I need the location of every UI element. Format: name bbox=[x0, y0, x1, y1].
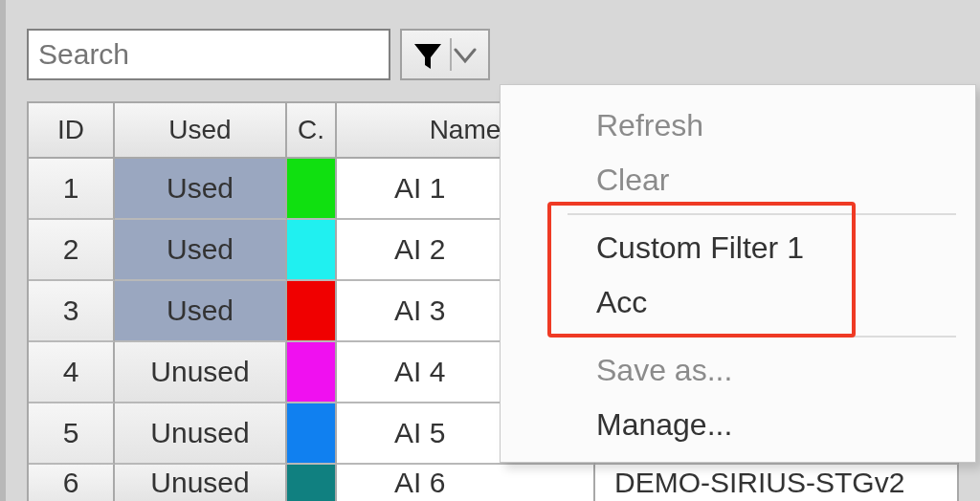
app-frame: ID Used C. Name 1 Used AI 1 2 Used AI 2 … bbox=[0, 0, 980, 501]
color-swatch bbox=[287, 465, 335, 501]
cell-color[interactable] bbox=[287, 403, 337, 465]
col-id[interactable]: ID bbox=[29, 103, 115, 159]
cell-id: 6 bbox=[29, 465, 115, 501]
cell-rest: DEMO-SIRIUS-STGv2 bbox=[595, 465, 959, 501]
filter-menu: Refresh Clear Custom Filter 1 Acc Save a… bbox=[500, 84, 976, 463]
cell-used[interactable]: Used bbox=[115, 281, 287, 342]
cell-used[interactable]: Unused bbox=[115, 465, 287, 501]
menu-separator bbox=[568, 336, 956, 338]
color-swatch bbox=[287, 159, 335, 218]
cell-id: 1 bbox=[29, 159, 115, 220]
col-used[interactable]: Used bbox=[115, 103, 287, 159]
cell-color[interactable] bbox=[287, 159, 337, 220]
cell-color[interactable] bbox=[287, 220, 337, 281]
cell-name[interactable]: AI 6 bbox=[337, 465, 595, 501]
menu-separator bbox=[568, 213, 956, 215]
cell-used[interactable]: Unused bbox=[115, 403, 287, 465]
cell-id: 3 bbox=[29, 281, 115, 342]
menu-save-as[interactable]: Save as... bbox=[501, 343, 975, 398]
split-separator bbox=[450, 38, 452, 71]
menu-refresh[interactable]: Refresh bbox=[501, 98, 975, 153]
toolbar bbox=[27, 29, 490, 80]
search-box[interactable] bbox=[27, 29, 390, 80]
cell-used[interactable]: Used bbox=[115, 159, 287, 220]
cell-color[interactable] bbox=[287, 342, 337, 403]
color-swatch bbox=[287, 342, 335, 402]
table-row[interactable]: 6 Unused AI 6 DEMO-SIRIUS-STGv2 bbox=[29, 465, 965, 501]
color-swatch bbox=[287, 281, 335, 340]
menu-custom-filter-1[interactable]: Custom Filter 1 bbox=[501, 221, 975, 275]
menu-clear[interactable]: Clear bbox=[501, 153, 975, 207]
cell-color[interactable] bbox=[287, 281, 337, 342]
search-input[interactable] bbox=[36, 37, 404, 72]
filter-button[interactable] bbox=[400, 29, 490, 80]
cell-id: 2 bbox=[29, 220, 115, 281]
cell-id: 4 bbox=[29, 342, 115, 403]
color-swatch bbox=[287, 220, 335, 279]
funnel-icon bbox=[412, 40, 444, 76]
cell-color[interactable] bbox=[287, 465, 337, 501]
col-color[interactable]: C. bbox=[287, 103, 337, 159]
menu-manage[interactable]: Manage... bbox=[501, 398, 975, 452]
cell-id: 5 bbox=[29, 403, 115, 465]
chevron-down-icon[interactable] bbox=[454, 48, 477, 69]
color-swatch bbox=[287, 403, 335, 463]
cell-used[interactable]: Used bbox=[115, 220, 287, 281]
cell-used[interactable]: Unused bbox=[115, 342, 287, 403]
menu-acc[interactable]: Acc bbox=[501, 275, 975, 330]
